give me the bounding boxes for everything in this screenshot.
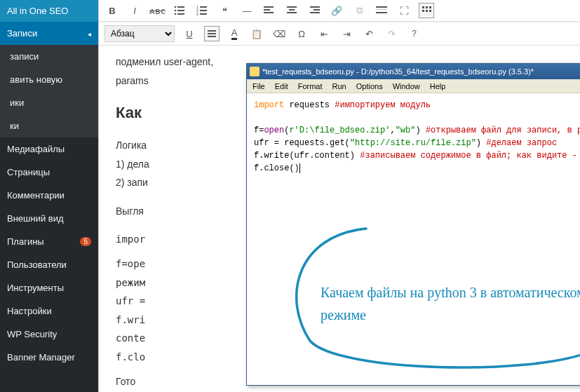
more-button[interactable] [374, 3, 389, 18]
svg-rect-1 [177, 6, 184, 8]
fullscreen-button[interactable]: ⛶ [396, 3, 412, 18]
menu-file[interactable]: File [252, 82, 265, 90]
idle-code-area[interactable]: import requests #импортируем модуль f=op… [247, 93, 580, 180]
sidebar-subitem-categories[interactable]: ики [0, 91, 98, 114]
editor-main: B I ᴀʙᴄ 123 ❝ — 🔗 ⧉ ⛶ Абзац U A 📋 ⌫ Ω ⇤ … [98, 0, 580, 392]
sidebar-item-bannermanager[interactable]: Banner Manager [0, 346, 98, 369]
svg-point-4 [175, 13, 177, 15]
svg-rect-19 [313, 9, 320, 11]
svg-rect-7 [200, 6, 207, 8]
menu-options[interactable]: Options [356, 82, 383, 90]
idle-window: *test_requests_bdseoru.py - D:/python35_… [246, 63, 580, 386]
sidebar-item-pages[interactable]: Страницы [0, 161, 98, 184]
svg-rect-13 [264, 9, 270, 11]
sidebar-item-tools[interactable]: Инструменты [0, 276, 98, 299]
sidebar-item-plugins[interactable]: Плагины5 [0, 230, 98, 253]
svg-rect-29 [429, 10, 431, 12]
menu-help[interactable]: Help [430, 82, 446, 90]
sidebar-subitem-add-new[interactable]: авить новую [0, 68, 98, 91]
svg-rect-14 [264, 12, 274, 13]
text-color-button[interactable]: A [227, 26, 242, 41]
sidebar-item-wpsecurity[interactable]: WP Security [0, 323, 98, 346]
python-icon [250, 67, 259, 76]
idle-menubar: File Edit Format Run Options Window Help [247, 79, 580, 93]
svg-rect-24 [422, 6, 424, 8]
svg-rect-9 [200, 10, 207, 11]
block-format-select[interactable]: Абзац [104, 25, 175, 42]
sidebar-subitem-tags[interactable]: ки [0, 114, 98, 137]
svg-rect-20 [310, 12, 320, 13]
link-button[interactable]: 🔗 [329, 3, 344, 18]
svg-rect-32 [208, 36, 216, 37]
svg-rect-25 [426, 6, 428, 8]
justify-button[interactable] [204, 26, 220, 41]
text-cursor [299, 163, 300, 173]
menu-edit[interactable]: Edit [275, 82, 288, 90]
paste-text-button[interactable]: 📋 [249, 26, 264, 41]
editor-toolbar-row2: Абзац U A 📋 ⌫ Ω ⇤ ⇥ ↶ ↷ ？ [99, 22, 580, 46]
svg-rect-30 [208, 30, 216, 32]
italic-button[interactable]: I [127, 3, 142, 18]
wp-admin-sidebar: All in One SEO Записи записи авить новую… [0, 0, 98, 392]
svg-text:3: 3 [196, 12, 198, 16]
align-right-button[interactable] [306, 3, 322, 18]
underline-button[interactable]: U [182, 26, 197, 41]
svg-rect-23 [376, 12, 387, 13]
svg-rect-3 [177, 10, 184, 11]
sidebar-item-users[interactable]: Пользователи [0, 253, 98, 276]
svg-point-0 [175, 6, 177, 8]
svg-rect-22 [376, 9, 387, 10]
sidebar-item-comments[interactable]: Комментарии [0, 184, 98, 207]
sidebar-item-posts[interactable]: Записи [0, 22, 98, 45]
editor-toolbar-row1: B I ᴀʙᴄ 123 ❝ — 🔗 ⧉ ⛶ [99, 0, 580, 22]
bold-button[interactable]: B [104, 3, 120, 18]
align-center-button[interactable] [284, 3, 299, 18]
idle-titlebar[interactable]: *test_requests_bdseoru.py - D:/python35_… [247, 64, 580, 79]
strike-button[interactable]: ᴀʙᴄ [149, 3, 165, 18]
svg-rect-21 [376, 6, 387, 8]
plugin-brand: All in One SEO [0, 0, 98, 22]
svg-point-2 [175, 10, 177, 12]
sidebar-item-appearance[interactable]: Внешний вид [0, 207, 98, 230]
clear-format-button[interactable]: ⌫ [271, 26, 287, 41]
svg-rect-18 [310, 6, 320, 8]
undo-button[interactable]: ↶ [361, 26, 377, 41]
bullet-list-button[interactable] [172, 3, 187, 18]
menu-window[interactable]: Window [393, 82, 420, 90]
quote-button[interactable]: ❝ [217, 3, 232, 18]
outdent-button[interactable]: ⇤ [316, 26, 332, 41]
svg-rect-5 [177, 13, 184, 15]
svg-rect-16 [289, 9, 295, 11]
menu-run[interactable]: Run [332, 82, 346, 90]
update-badge: 5 [80, 237, 91, 246]
svg-rect-12 [264, 6, 274, 8]
svg-rect-28 [426, 10, 428, 12]
align-left-button[interactable] [262, 3, 277, 18]
idle-title-text: *test_requests_bdseoru.py - D:/python35_… [262, 67, 580, 76]
menu-format[interactable]: Format [298, 82, 323, 90]
special-char-button[interactable]: Ω [294, 26, 309, 41]
hr-button[interactable]: — [239, 3, 255, 18]
chevron-left-icon [88, 28, 91, 39]
number-list-button[interactable]: 123 [194, 3, 210, 18]
unlink-button[interactable]: ⧉ [351, 3, 367, 18]
help-button[interactable]: ？ [406, 26, 421, 41]
svg-rect-26 [429, 6, 431, 8]
toolbar-toggle-button[interactable] [419, 3, 434, 18]
sidebar-item-settings[interactable]: Настройки [0, 299, 98, 323]
svg-rect-15 [287, 6, 297, 8]
sidebar-subitem-all-posts[interactable]: записи [0, 45, 98, 68]
svg-rect-17 [287, 12, 297, 13]
sidebar-item-media[interactable]: Медиафайлы [0, 137, 98, 161]
svg-rect-27 [422, 10, 424, 12]
svg-rect-31 [208, 33, 216, 34]
indent-button[interactable]: ⇥ [339, 26, 354, 41]
svg-rect-11 [200, 13, 207, 15]
annotation-text: Качаем файлы на python 3 в автоматическо… [321, 281, 580, 326]
redo-button[interactable]: ↷ [384, 26, 399, 41]
